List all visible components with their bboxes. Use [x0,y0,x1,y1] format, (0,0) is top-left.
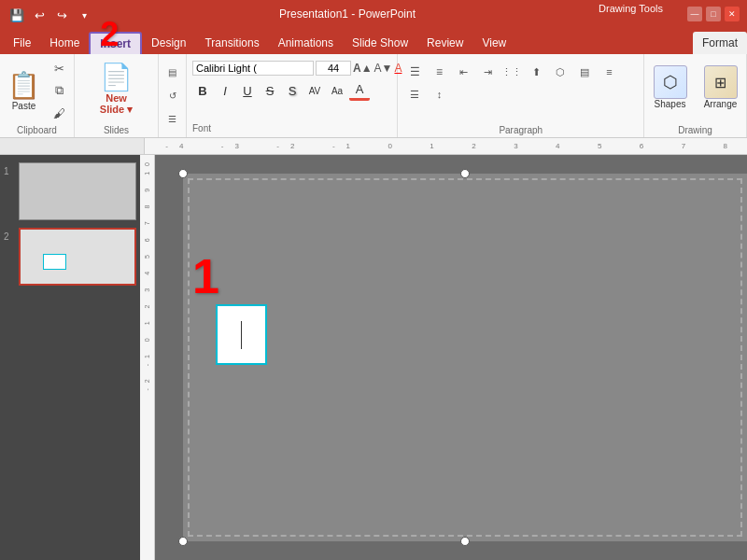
slide-canvas: 1 [183,174,747,541]
drawing-group-label: Drawing [678,123,712,135]
close-button[interactable]: ✕ [725,7,740,21]
columns-button[interactable]: ⋮⋮ [500,62,523,82]
text-direction-button[interactable]: ⬆ [525,62,547,82]
indent-increase-button[interactable]: ⇥ [476,62,499,82]
slide-preview-2[interactable] [19,228,136,286]
title-bar: 💾 ↩ ↪ ▾ Presentation1 - PowerPoint Drawi… [0,0,747,28]
text-box[interactable] [216,304,267,365]
tab-view[interactable]: View [472,32,515,54]
shapes-icon: ⬡ [654,65,687,99]
ruler-corner [0,138,145,155]
underline-button[interactable]: U [237,80,258,101]
increase-font-size-button[interactable]: A▲ [353,58,373,78]
paragraph-group-label: Paragraph [499,123,543,135]
bullets-button[interactable]: ☰ [403,62,426,82]
text-cursor [241,321,242,349]
bold-button[interactable]: B [192,80,213,101]
decrease-font-size-button[interactable]: A▼ [374,58,393,78]
save-button[interactable]: 💾 [7,6,26,24]
handle-bottom-left[interactable] [178,537,188,546]
align-right-button[interactable]: ≡ [598,62,620,82]
tab-review[interactable]: Review [417,32,472,54]
ribbon: 📋 Paste ✂ ⧉ 🖌 Clipboard 📄 New Slide ▾ Sl… [0,54,747,138]
tab-file[interactable]: File [4,32,40,54]
ribbon-group-paragraph: ☰ ≡ ⇤ ⇥ ⋮⋮ ⬆ ⬡ ▤ ≡ ☰ ↕ Paragraph [398,54,644,137]
clipboard-small-buttons: ✂ ⧉ 🖌 [48,58,70,123]
handle-top-center[interactable] [460,169,470,178]
minimize-button[interactable]: — [687,7,702,21]
font-color-button[interactable]: A [349,80,370,101]
vertical-ruler: -2 -1 0 1 2 3 4 5 6 7 8 9 10 [140,155,155,560]
slide-number-2: 2 [4,228,15,242]
ribbon-group-clipboard: 📋 Paste ✂ ⧉ 🖌 Clipboard [0,54,75,137]
tab-slideshow[interactable]: Slide Show [343,32,417,54]
canvas-area: 1 [155,155,747,560]
tab-transitions[interactable]: Transitions [195,32,268,54]
ribbon-group-font: A▲ A▼ A B I U S S AV Aa A Font [187,54,398,137]
new-slide-icon: 📄 [100,62,133,92]
slide-1-content [20,163,135,219]
new-slide-button[interactable]: 📄 New Slide ▾ [96,58,136,119]
ribbon-group-slides: 📄 New Slide ▾ Slides [75,54,159,137]
font-group-label: Font [192,121,211,133]
maximize-button[interactable]: □ [706,7,721,21]
slide-number-1: 1 [4,162,15,176]
cut-button[interactable]: ✂ [48,58,70,78]
drawing-tools-label: Drawing Tools [589,0,672,17]
copy-button[interactable]: ⧉ [48,80,70,101]
arrange-button[interactable]: ⊞ Arrange [698,62,743,113]
tab-insert[interactable]: Insert 2 [89,32,142,54]
character-spacing-button[interactable]: AV [304,80,325,101]
main-area: 1 2 -2 -1 0 1 2 3 4 5 6 7 8 9 10 [0,155,747,560]
window-controls: — □ ✕ [687,7,740,21]
quick-access-toolbar: 💾 ↩ ↪ ▾ [7,6,93,24]
indent-decrease-button[interactable]: ⇤ [452,62,474,82]
tab-animations[interactable]: Animations [269,32,343,54]
font-family-selector[interactable] [192,61,314,76]
font-case-button[interactable]: Aa [327,80,347,101]
slide-preview-1[interactable] [19,162,136,220]
line-spacing-button[interactable]: ↕ [428,84,450,105]
numbering-button[interactable]: ≡ [428,62,450,82]
font-row-2: B I U S S AV Aa A [192,80,391,101]
clipboard-group-label: Clipboard [17,123,57,135]
slides-group-label: Slides [104,123,129,135]
tab-home[interactable]: Home [40,32,89,54]
font-row-1: A▲ A▼ A [192,58,391,78]
italic-button[interactable]: I [215,80,235,101]
font-size-input[interactable] [316,61,351,76]
slides-panel: 1 2 [0,155,140,560]
redo-button[interactable]: ↪ [52,6,71,24]
format-painter-button[interactable]: 🖌 [48,103,70,123]
customize-quick-access-button[interactable]: ▾ [75,6,93,24]
paste-button[interactable]: 📋 Paste [4,66,44,115]
slide-2-content [21,230,134,284]
handle-top-left[interactable] [178,169,188,178]
strikethrough-button[interactable]: S [260,80,280,101]
paste-icon: 📋 [7,70,40,101]
align-left-button[interactable]: ⬡ [549,62,571,82]
ribbon-group-slide-options: ▤ ↺ ☰ [159,54,187,137]
arrange-icon: ⊞ [704,65,738,99]
undo-button[interactable]: ↩ [30,6,49,24]
slide-thumb-1[interactable]: 1 [4,162,136,220]
arrange-label: Arrange [704,99,738,109]
slide-thumb-2[interactable]: 2 [4,228,136,286]
ribbon-tabs: File Home Insert 2 Design Transitions An… [0,28,747,54]
shapes-button[interactable]: ⬡ Shapes [648,62,693,113]
window-title: Presentation1 - PowerPoint [7,7,687,21]
justify-button[interactable]: ☰ [403,84,426,105]
slide-layout-button[interactable]: ▤ [162,62,184,82]
tab-format[interactable]: Format [693,32,747,54]
shapes-label: Shapes [655,99,686,109]
new-slide-label: New Slide ▾ [100,92,133,116]
tab-design[interactable]: Design [142,32,195,54]
ribbon-group-drawing: ⬡ Shapes ⊞ Arrange Drawing [644,54,747,137]
shadow-button[interactable]: S [282,80,303,101]
align-center-button[interactable]: ▤ [573,62,596,82]
handle-bottom-center[interactable] [460,537,470,546]
paste-label: Paste [12,101,36,111]
reset-slide-button[interactable]: ↺ [162,85,184,105]
section-button[interactable]: ☰ [162,108,184,129]
horizontal-ruler: -4 -3 -2 -1 0 1 2 3 4 5 6 7 8 9 10 11 12… [0,138,747,155]
